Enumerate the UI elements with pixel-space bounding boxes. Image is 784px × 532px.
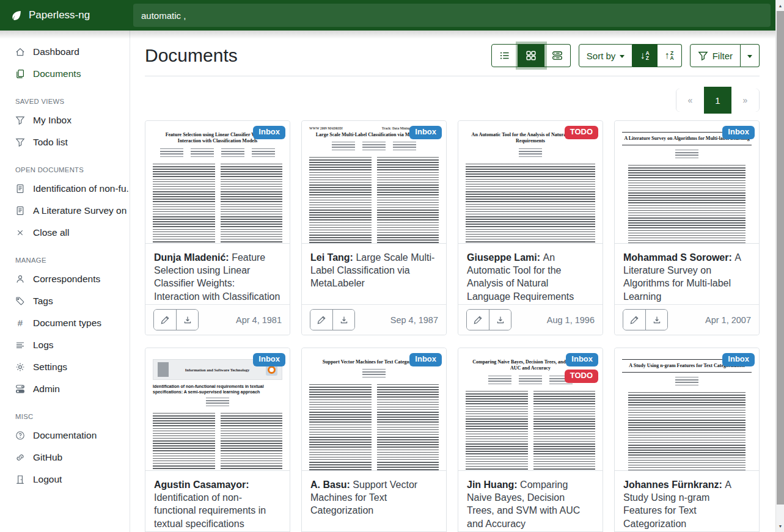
document-thumbnail[interactable]: WWW 2009 MADRID!Track: Data Mining / Ses…	[302, 121, 446, 244]
sidebar-item-label: Logout	[33, 474, 62, 485]
thumbnail-authors	[153, 398, 282, 408]
sidebar-item-my-inbox[interactable]: My Inbox	[0, 109, 130, 131]
main-content: Documents	[130, 31, 784, 532]
thumbnail-authors	[309, 142, 439, 152]
document-title-link[interactable]: Lei Tang: Large Scale Multi-Label Classi…	[302, 244, 446, 304]
pagination-previous[interactable]: «	[676, 89, 704, 112]
document-title-link[interactable]: Dunja Mladenić: Feature Selection using …	[145, 244, 290, 304]
document-card: TODO An Automatic Tool for the Analysis …	[458, 120, 603, 335]
edit-button[interactable]	[623, 310, 645, 330]
filter-button[interactable]: Filter	[690, 44, 741, 67]
document-title-link[interactable]: Jin Huang: Comparing Naive Bayes, Decisi…	[458, 471, 603, 531]
brand-link[interactable]: Paperless-ng	[0, 9, 130, 21]
person-icon	[15, 274, 25, 284]
tag-badge-inbox[interactable]: Inbox	[409, 353, 442, 366]
document-thumbnail[interactable]: Information and Software Technology Iden…	[145, 348, 290, 471]
document-thumbnail[interactable]: Support Vector Machines for Text Categor…	[302, 348, 446, 471]
sidebar-item-documents[interactable]: Documents	[0, 63, 130, 85]
document-title-link[interactable]: Agustin Casamayor: Identification of non…	[145, 471, 290, 531]
sidebar-item-close-all[interactable]: Close all	[0, 222, 130, 244]
tag-badge-inbox[interactable]: Inbox	[722, 353, 755, 366]
leaf-logo-icon	[10, 10, 22, 21]
sidebar-item-settings[interactable]: Settings	[0, 356, 130, 378]
scrollbar-up-arrow[interactable]: ▲	[776, 1, 784, 10]
top-navbar: Paperless-ng	[0, 0, 784, 31]
pagination: « 1 »	[676, 89, 760, 112]
sidebar-item-label: Document types	[33, 318, 101, 329]
download-button[interactable]	[176, 310, 198, 330]
card-footer: Apr 1, 2007	[615, 304, 759, 335]
scrollbar-thumb[interactable]	[777, 11, 784, 505]
toggles-icon	[15, 384, 25, 394]
sidebar-item-label: Settings	[33, 362, 67, 373]
download-button[interactable]	[489, 310, 511, 330]
view-details-button[interactable]	[544, 44, 571, 67]
sidebar-item-label: Close all	[33, 227, 69, 238]
view-grid-button[interactable]	[518, 44, 544, 67]
document-title-link[interactable]: A. Basu: Support Vector Machines for Tex…	[302, 471, 446, 531]
sidebar-item-open-doc-1[interactable]: Identification of non-fu...	[0, 178, 130, 200]
tag-badge-inbox[interactable]: Inbox	[722, 126, 755, 139]
document-title-link[interactable]: Giuseppe Lami: An Automatic Tool for the…	[458, 244, 603, 304]
scrollbar-down-arrow[interactable]: ▼	[776, 522, 784, 531]
document-thumbnail[interactable]: Feature Selection using Linear Classifie…	[145, 121, 290, 244]
edit-button[interactable]	[310, 310, 332, 330]
download-button[interactable]	[645, 310, 667, 330]
download-button[interactable]	[332, 310, 354, 330]
gear-icon	[15, 362, 25, 372]
file-text-icon	[15, 184, 25, 194]
document-date: Sep 4, 1987	[390, 315, 438, 325]
sort-ascending-button[interactable]: ↑ ZA	[658, 44, 682, 67]
view-list-button[interactable]	[491, 44, 518, 67]
pagination-page-1[interactable]: 1	[704, 87, 731, 114]
tag-badge-inbox[interactable]: Inbox	[566, 353, 598, 366]
sidebar-item-open-doc-2[interactable]: A Literature Survey on ...	[0, 200, 130, 222]
sort-descending-button[interactable]: ↓ AZ	[632, 44, 657, 67]
tag-icon	[15, 296, 25, 306]
sidebar-item-github[interactable]: GitHub	[0, 446, 130, 468]
sidebar-item-correspondents[interactable]: Correspondents	[0, 268, 130, 290]
thumbnail-body-text	[466, 164, 595, 244]
pencil-icon	[160, 315, 170, 325]
sort-by-dropdown[interactable]: Sort by	[579, 44, 633, 67]
tag-badge-todo[interactable]: TODO	[565, 370, 598, 383]
view-toggle-group	[491, 44, 571, 67]
sidebar-item-tags[interactable]: Tags	[0, 290, 130, 312]
door-icon	[15, 475, 25, 484]
sidebar: Dashboard Documents SAVED VIEWS My Inbox…	[0, 31, 130, 532]
document-correspondent: Jin Huang:	[467, 479, 520, 490]
sidebar-item-document-types[interactable]: # Document types	[0, 312, 130, 334]
sidebar-item-label: Dashboard	[33, 46, 79, 57]
tag-badge-inbox[interactable]: Inbox	[253, 353, 285, 366]
download-icon	[652, 315, 662, 325]
card-footer: Apr 4, 1981	[145, 304, 290, 335]
edit-button[interactable]	[467, 310, 489, 330]
search-input[interactable]	[133, 4, 771, 27]
tag-badge-inbox[interactable]: Inbox	[409, 126, 442, 139]
sidebar-item-documentation[interactable]: Documentation	[0, 425, 130, 446]
sidebar-item-admin[interactable]: Admin	[0, 378, 130, 400]
document-thumbnail[interactable]: A Literature Survey on Algorithms for Mu…	[615, 121, 759, 244]
text-lines-icon	[15, 340, 25, 350]
filter-label: Filter	[713, 51, 733, 61]
journal-logo	[158, 362, 169, 377]
edit-button[interactable]	[154, 310, 176, 330]
document-title-link[interactable]: Mohammad S Sorower: A Literature Survey …	[615, 244, 759, 304]
tag-badge-todo[interactable]: TODO	[565, 126, 598, 139]
document-correspondent: A. Basu:	[310, 479, 353, 490]
sidebar-item-logout[interactable]: Logout	[0, 468, 130, 490]
sidebar-item-logs[interactable]: Logs	[0, 334, 130, 356]
document-card: Inbox A Literature Survey on Algorithms …	[614, 120, 760, 335]
filter-dropdown-toggle[interactable]	[741, 44, 760, 67]
document-card: Inbox Information and Software Technolog…	[145, 348, 290, 532]
thumbnail-authors	[622, 150, 752, 160]
sidebar-item-todo-list[interactable]: Identification of non-fu... Todo list	[0, 131, 130, 153]
document-title-link[interactable]: Johannes Fürnkranz: A Study Using n-gram…	[615, 471, 759, 531]
document-thumbnail[interactable]: A Study Using n-gram Features for Text C…	[615, 348, 759, 471]
document-thumbnail[interactable]: An Automatic Tool for the Analysis of Na…	[458, 121, 603, 244]
header-divider	[145, 76, 760, 76]
sidebar-item-dashboard[interactable]: Dashboard	[0, 41, 130, 63]
document-card: Inbox WWW 2009 MADRID!Track: Data Mining…	[301, 120, 447, 335]
tag-badge-inbox[interactable]: Inbox	[253, 126, 285, 139]
pagination-next[interactable]: »	[731, 89, 759, 112]
